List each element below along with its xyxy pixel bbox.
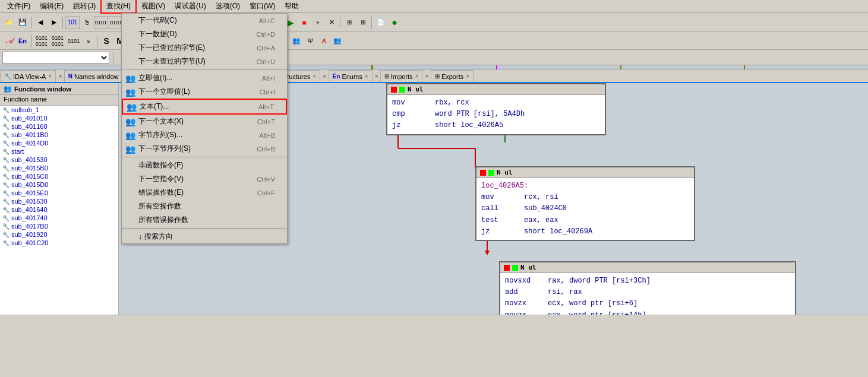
menu-help[interactable]: 帮助 (280, 0, 304, 12)
btn-S[interactable]: S (100, 34, 113, 47)
menu-search[interactable]: 查找(H) (100, 0, 137, 14)
btn-A-icon[interactable]: 𝒜 (2, 34, 15, 47)
menu-next-unexplored-label: 下一未查过的字节(U) (138, 56, 206, 66)
instr-2-3: test eax, eax (481, 215, 689, 226)
menu-next-nop[interactable]: 下一空指令(V) Ctrl+V (122, 172, 287, 186)
menu-options[interactable]: 选项(O) (211, 0, 245, 12)
tab-structures-close[interactable]: × (313, 73, 316, 80)
menu-next-unexplored[interactable]: 下一未查过的字节(U) Ctrl+U (122, 55, 287, 68)
tab-ida-view-a[interactable]: 🔧 IDA View-A × (0, 70, 56, 83)
menu-byte-seq-icon: 👥 (125, 131, 135, 140)
fn-sub401630[interactable]: 🔧 sub_401630 (0, 197, 118, 205)
fn-sub401C20[interactable]: 🔧 sub_401C20 (0, 239, 118, 247)
fn-sub4015E0[interactable]: 🔧 sub_4015E0 (0, 189, 118, 197)
fn-sub401740[interactable]: 🔧 sub_401740 (0, 214, 118, 222)
code-block-1[interactable]: N ul mov rbx, rcx cmp word PTR [rsi], 5A… (386, 83, 606, 135)
menu-next-byte-seq[interactable]: 👥 下一字节序列(S) Ctrl+B (122, 142, 287, 156)
sep7 (340, 17, 341, 28)
fn-icon-sub401010: 🔧 (2, 115, 10, 122)
fn-sub401010[interactable]: 🔧 sub_401010 (0, 114, 118, 122)
tab-exports-close[interactable]: × (466, 73, 469, 80)
menu-file[interactable]: 文件(F) (2, 0, 35, 12)
fn-name-sub401C20: sub_401C20 (11, 239, 48, 246)
menu-all-error[interactable]: 所有错误操作数 (122, 213, 287, 227)
btn-En[interactable]: En (16, 34, 29, 47)
btn-back[interactable]: ◀ (34, 16, 47, 29)
btn-forward[interactable]: ▶ (48, 16, 61, 29)
btn-plus[interactable]: + (311, 16, 324, 29)
menu-non-func[interactable]: 非函数指令(F) (122, 159, 287, 172)
menu-next-byte-seq-shortcut: Ctrl+B (245, 145, 275, 153)
instr-1-3: jz short loc_4026A5 (392, 120, 600, 131)
fn-start[interactable]: 🔧 start (0, 147, 118, 156)
tab-imports-close[interactable]: × (415, 73, 419, 80)
btn-persons3[interactable]: 👥 (331, 34, 344, 47)
menu-error-ops[interactable]: 错误操作数(E) Ctrl+F (122, 186, 287, 199)
enums-icon: En (333, 73, 340, 80)
tab-exports[interactable]: ⊞ Exports × (431, 70, 474, 83)
fn-sub4015C0[interactable]: 🔧 sub_4015C0 (0, 172, 118, 180)
fn-sub401920[interactable]: 🔧 sub_401920 (0, 230, 118, 239)
menu-debugger[interactable]: 调试器(U) (170, 0, 211, 12)
btn-binary2[interactable]: 01010101 (50, 34, 65, 47)
btn-tool1[interactable]: 101 (65, 16, 80, 29)
menu-search-dir-label: 搜索方向 (144, 232, 173, 242)
btn-save[interactable]: 💾 (16, 16, 29, 29)
btn-tool3[interactable]: 0101 (94, 16, 108, 29)
names-icon: N (68, 73, 72, 80)
btn-grid1[interactable]: ⊞ (343, 16, 356, 29)
jump-input[interactable] (2, 52, 109, 64)
menu-byte-seq[interactable]: 👥 字节序列(S)... Alt+B (122, 128, 287, 142)
header-icon-6 (512, 265, 518, 271)
btn-green-circle[interactable]: ● (388, 16, 401, 29)
function-list[interactable]: 🔧 nullsub_1 🔧 sub_401010 🔧 sub_401160 🔧 … (0, 106, 118, 315)
menu-view[interactable]: 视图(V) (137, 0, 170, 12)
btn-A2[interactable]: A (317, 34, 330, 47)
fn-sub4015B0[interactable]: 🔧 sub_4015B0 (0, 164, 118, 172)
fn-sub401160[interactable]: 🔧 sub_401160 (0, 122, 118, 131)
btn-binary3[interactable]: 0101 (66, 34, 81, 47)
fn-sub401640[interactable]: 🔧 sub_401640 (0, 205, 118, 214)
code-block-3[interactable]: N ul movsxd rax, dword PTR [rsi+3Ch] add… (499, 261, 796, 315)
fn-sub4014D0[interactable]: 🔧 sub_4014D0 (0, 139, 118, 147)
fn-sub4017B0[interactable]: 🔧 sub_4017B0 (0, 222, 118, 230)
menu-next-explored[interactable]: 下一已查过的字节(E) Ctrl+A (122, 41, 287, 55)
tab-enums-close[interactable]: × (365, 73, 368, 80)
menu-next-data[interactable]: 下一数据(D) Ctrl+D (122, 27, 287, 41)
menu-text[interactable]: 👥 文本(T)... Alt+T (122, 99, 287, 115)
btn-s-small[interactable]: s (82, 34, 95, 47)
menu-immediate[interactable]: 👥 立即值(I)... Alt+I (122, 71, 287, 85)
fn-icon-sub401740: 🔧 (2, 215, 10, 221)
menu-next-explored-label: 下一已查过的字节(E) (138, 43, 205, 53)
fn-sub4015D0[interactable]: 🔧 sub_4015D0 (0, 180, 118, 189)
menu-next-code[interactable]: 下一代码(C) Alt+C (122, 14, 287, 27)
menu-next-immediate[interactable]: 👥 下一个立即值(L) Ctrl+I (122, 85, 287, 99)
menu-edit[interactable]: 编辑(E) (35, 0, 68, 12)
tab-enums[interactable]: En Enums × (329, 70, 373, 83)
btn-psi[interactable]: Ψ (304, 34, 317, 47)
fn-name-sub4015C0: sub_4015C0 (11, 173, 48, 180)
menu-all-nop[interactable]: 所有空操作数 (122, 199, 287, 213)
tab-names[interactable]: N Names window × (64, 70, 129, 83)
fn-nullsub1[interactable]: 🔧 nullsub_1 (0, 106, 118, 114)
btn-persons2[interactable]: 👥 (290, 34, 303, 47)
fn-sub4011B0[interactable]: 🔧 sub_4011B0 (0, 131, 118, 139)
tab-imports[interactable]: ⊞ Imports × (380, 70, 423, 83)
btn-tool2[interactable]: 🖱 (80, 16, 93, 29)
code-block-3-body: movsxd rax, dword PTR [rsi+3Ch] add rsi,… (500, 273, 795, 315)
btn-stop-red[interactable]: ■ (298, 16, 311, 29)
fn-sub401530[interactable]: 🔧 sub_401530 (0, 156, 118, 164)
btn-x-close[interactable]: ✕ (325, 16, 338, 29)
btn-grid2[interactable]: ⊞ (356, 16, 370, 29)
tab-ida-close[interactable]: × (48, 73, 52, 80)
btn-open-file[interactable]: 📁 (2, 16, 15, 29)
menu-next-text[interactable]: 👥 下一个文本(X) Ctrl+T (122, 115, 287, 128)
code-block-2[interactable]: N ul loc_4026A5: mov rcx, rsi call sub_4… (475, 166, 695, 241)
btn-binary1[interactable]: 01010101 (34, 34, 49, 47)
menu-search-dir[interactable]: ↓ 搜索方向 (122, 230, 287, 243)
menu-text-shortcut: Alt+T (247, 103, 274, 110)
search-dropdown[interactable]: 下一代码(C) Alt+C 下一数据(D) Ctrl+D 下一已查过的字节(E)… (121, 13, 288, 244)
menu-jump[interactable]: 跳转(J) (68, 0, 100, 12)
btn-page[interactable]: 📄 (374, 16, 387, 29)
menu-window[interactable]: 窗口(W) (245, 0, 280, 12)
